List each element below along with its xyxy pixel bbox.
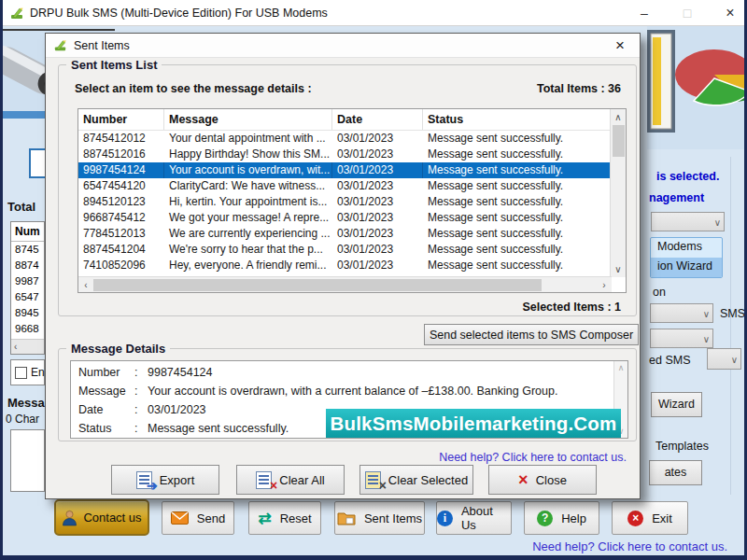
bg-wizard-button[interactable]: Wizard — [651, 392, 702, 417]
bg-checkbox[interactable] — [15, 367, 27, 379]
sent-items-listview: Number Message Date Status 8745412012 Yo… — [78, 108, 627, 293]
scrollbar-thumb[interactable] — [93, 279, 542, 291]
bg-checkbox-label: En — [31, 366, 45, 379]
bg-combo-2[interactable]: ∨ — [650, 303, 713, 323]
exit-label: Exit — [652, 511, 672, 525]
column-header-status[interactable]: Status — [423, 109, 611, 130]
bg-combo-4[interactable]: ∨ — [707, 348, 741, 370]
about-us-label: About Us — [461, 504, 511, 532]
send-button[interactable]: Send — [162, 501, 234, 535]
column-header-date[interactable]: Date — [332, 109, 423, 130]
exit-x-icon: × — [627, 511, 643, 526]
scroll-down-icon[interactable]: ∨ — [611, 264, 626, 274]
close-icon[interactable]: × — [721, 5, 740, 21]
bg-combo-1[interactable]: ∨ — [651, 212, 725, 231]
sent-items-button[interactable]: Sent Items — [334, 501, 425, 535]
column-header-number[interactable]: Number — [78, 109, 164, 130]
scroll-right-icon[interactable]: › — [599, 280, 609, 290]
detail-separator: : — [134, 422, 148, 441]
export-icon: ➔ — [136, 471, 152, 489]
cell-status: Message sent successfully. — [423, 242, 611, 258]
bg-grid-rows: 874588749987654789459668 — [11, 242, 44, 337]
table-row[interactable]: 9987454124 Your account is overdrawn, wi… — [78, 162, 611, 178]
close-label: Close — [536, 473, 567, 487]
app-icon — [9, 6, 24, 21]
sent-items-dialog: Sent Items × Sent Items List Select an i… — [45, 33, 641, 499]
bg-list-item-modems[interactable]: Modems — [651, 238, 722, 258]
bg-message-textarea[interactable] — [10, 429, 45, 492]
bg-dropdown-list[interactable]: Modems ion Wizard — [650, 237, 723, 278]
contact-us-label: Contact us — [83, 511, 141, 525]
table-row[interactable]: 7410852096 Hey, everyone. A friendly rem… — [78, 258, 611, 273]
bg-selected-note: is selected. — [656, 170, 719, 183]
cell-status: Message sent successfully. — [423, 258, 611, 273]
cell-message: ClarityCard: We have witness... — [164, 178, 332, 194]
detail-separator: : — [134, 366, 148, 385]
send-to-composer-button[interactable]: Send selected items to SMS Composer — [424, 324, 639, 345]
clear-selected-icon: × — [365, 471, 381, 489]
about-us-button[interactable]: i About Us — [436, 501, 512, 535]
sent-items-list-group: Sent Items List Select an item to see th… — [58, 64, 637, 316]
cell-date: 03/01/2023 — [332, 194, 423, 210]
cell-message: Hi, kertin. Your appointment is... — [164, 194, 332, 210]
close-button[interactable]: × Close — [488, 465, 597, 495]
cell-date: 03/01/2023 — [332, 242, 423, 258]
scrollbar-thumb[interactable] — [613, 125, 625, 157]
table-row[interactable]: 8945120123 Hi, kertin. Your appointment … — [78, 194, 611, 210]
group-title: Message Details — [66, 342, 170, 356]
cell-status: Message sent successfully. — [423, 210, 611, 226]
maximize-icon[interactable]: □ — [678, 6, 697, 21]
cell-number: 6547454120 — [78, 178, 164, 194]
chevron-down-icon: ∨ — [703, 333, 710, 343]
clear-selected-button[interactable]: × Clear Selected — [359, 465, 473, 495]
bg-grid-scrollbar[interactable]: ‹ — [11, 339, 44, 354]
scroll-up-icon[interactable]: ∧ — [611, 112, 626, 122]
cell-number: 8874541204 — [78, 242, 164, 258]
reset-button[interactable]: ⇄ Reset — [248, 501, 321, 535]
bg-ed-sms-label: ed SMS — [649, 354, 690, 367]
bg-check-row: En — [10, 359, 45, 385]
bg-templates-button[interactable]: ates — [649, 460, 702, 485]
cell-number: 7410852096 — [78, 258, 164, 273]
export-button[interactable]: ➔ Export — [111, 465, 219, 495]
vertical-scrollbar[interactable]: ∧ ∨ — [610, 109, 626, 277]
watermark-banner: BulkSmsMobilemarketing.Com — [326, 409, 621, 438]
table-row[interactable]: 8745412012 Your dental appointment with … — [78, 131, 611, 147]
exit-button[interactable]: × Exit — [612, 501, 688, 535]
cell-message: Your dental appointment with ... — [164, 131, 332, 147]
bottom-help-link[interactable]: Need help? Click here to contact us. — [532, 539, 727, 553]
table-row[interactable]: 6547454120 ClarityCard: We have witness.… — [78, 178, 611, 194]
envelope-icon — [171, 511, 189, 525]
table-row[interactable]: 8874541204 We're sorry to hear that the … — [78, 242, 611, 258]
cell-number: 8945120123 — [78, 194, 164, 210]
clear-all-button[interactable]: × Clear All — [236, 465, 345, 495]
scroll-up-icon[interactable]: ∧ — [614, 363, 627, 372]
cell-status: Message sent successfully. — [423, 162, 611, 178]
bg-list-item-wizard[interactable]: ion Wizard — [651, 258, 722, 277]
contact-us-button[interactable]: Contact us — [54, 499, 149, 536]
chevron-down-icon: ∨ — [731, 354, 738, 364]
help-button[interactable]: ? Help — [524, 501, 599, 535]
scroll-left-icon[interactable]: ‹ — [81, 280, 91, 290]
table-row[interactable]: 9668745412 We got your message! A repre.… — [78, 210, 611, 226]
detail-value: Your account is overdrawn, with a curren… — [148, 385, 557, 403]
bg-management-label: nagement — [649, 191, 704, 204]
banner-right — [647, 26, 747, 149]
detail-row: Number : 9987454124 — [78, 366, 627, 385]
bg-templates-label: Templates — [655, 440, 709, 453]
dialog-close-icon[interactable]: × — [610, 36, 630, 55]
cell-date: 03/01/2023 — [332, 258, 423, 273]
cell-date: 03/01/2023 — [332, 226, 423, 242]
detail-value: Message sent successfully. — [148, 422, 289, 441]
bg-grid-cell: 9668 — [11, 321, 44, 337]
reset-arrows-icon: ⇄ — [258, 511, 271, 526]
minimize-icon[interactable]: – — [635, 6, 654, 21]
dialog-help-link[interactable]: Need help? Click here to contact us. — [439, 451, 627, 464]
table-row[interactable]: 8874512016 Happy Birthday! Show this SM.… — [78, 147, 611, 162]
cell-date: 03/01/2023 — [332, 131, 423, 147]
table-row[interactable]: 7784512013 We are currently experiencing… — [78, 226, 611, 242]
bg-combo-3[interactable]: ∨ — [650, 329, 713, 348]
horizontal-scrollbar[interactable]: ‹ › — [78, 276, 612, 292]
column-header-message[interactable]: Message — [164, 109, 332, 130]
detail-value: 9987454124 — [148, 366, 213, 385]
